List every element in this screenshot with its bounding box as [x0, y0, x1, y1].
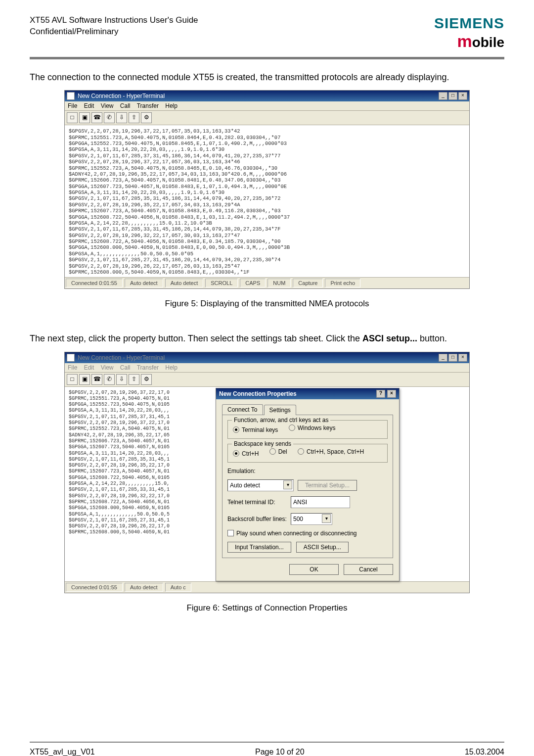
ascii-setup-button[interactable]: ASCII Setup... [296, 542, 349, 553]
window-title-2: New Connection - HyperTerminal [78, 354, 165, 361]
statusbar: Connected 0:01:55 Auto detect Auto detec… [65, 277, 469, 288]
dropdown-emulation[interactable]: Auto detect [227, 479, 294, 491]
figure6-caption: Figure 6: Settings of Connection Propert… [30, 603, 504, 613]
toolbar-new-icon[interactable]: □ [67, 374, 78, 385]
tab-connect-to[interactable]: Connect To [222, 404, 263, 415]
maximize-button[interactable]: □ [448, 354, 457, 362]
menu-file[interactable]: File [68, 102, 77, 109]
menu-file: File [68, 364, 77, 371]
paragraph-1: The connection to the connected module X… [30, 71, 504, 83]
menu-call[interactable]: Call [120, 102, 131, 109]
radio-terminal-keys[interactable]: Terminal keys [233, 426, 278, 433]
input-telnet-id[interactable]: ANSI [291, 496, 350, 508]
footer-center: Page 10 of 20 [255, 748, 305, 756]
menu-view: View [101, 364, 114, 371]
label-emulation: Emulation: [227, 468, 287, 474]
status-autodetect-2: Auto detect [125, 583, 163, 592]
window-titlebar-2: New Connection - HyperTerminal _ □ × [65, 352, 469, 363]
toolbar-send-icon[interactable]: ⇩ [116, 112, 127, 123]
tab-settings[interactable]: Settings [264, 405, 296, 415]
screenshot-connection-properties: New Connection - HyperTerminal _ □ × Fil… [64, 352, 470, 593]
close-button[interactable]: × [458, 92, 467, 100]
menu-edit: Edit [84, 364, 94, 371]
status-connected-2: Connected 0:01:55 [66, 583, 123, 592]
toolbar-2: □ ▣ ☎ ✆ ⇩ ⇧ ⚙ [65, 373, 469, 387]
ok-button[interactable]: OK [289, 564, 339, 575]
app-icon [67, 354, 75, 362]
cancel-button[interactable]: Cancel [344, 564, 393, 575]
nmea-log: $GPGSV,2,2,07,28,19,296,37,22,17,057,35,… [69, 128, 465, 275]
radio-windows-keys[interactable]: Windows keys [289, 425, 336, 431]
toolbar-send-icon[interactable]: ⇩ [116, 374, 127, 385]
status-printecho: Print echo [325, 279, 360, 287]
statusbar-2: Connected 0:01:55 Auto detect Auto c [65, 581, 469, 593]
dialog-help-button[interactable]: ? [376, 390, 385, 398]
window-titlebar: New Connection - HyperTerminal _ □ × [65, 91, 469, 101]
status-capture: Capture [293, 279, 323, 287]
maximize-button[interactable]: □ [448, 92, 457, 100]
toolbar-properties-icon[interactable]: ⚙ [141, 374, 152, 385]
toolbar-properties-icon[interactable]: ⚙ [141, 112, 152, 123]
radio-ctrl-h-space[interactable]: Ctrl+H, Space, Ctrl+H [298, 448, 364, 455]
toolbar-connect-icon[interactable]: ☎ [91, 112, 102, 123]
brand-mobile: mobile [434, 32, 504, 51]
menu-edit[interactable]: Edit [84, 102, 94, 109]
radio-del[interactable]: Del [269, 448, 287, 455]
dialog-close-button[interactable]: × [387, 390, 396, 398]
group-function-keys: Function, arrow, and ctrl keys act as [232, 417, 330, 424]
group-backspace: Backspace key sends [232, 440, 293, 447]
footer-right: 15.03.2004 [465, 748, 504, 756]
toolbar-open-icon[interactable]: ▣ [79, 374, 90, 385]
menu-help[interactable]: Help [165, 102, 178, 109]
toolbar-open-icon[interactable]: ▣ [79, 112, 90, 123]
doc-title-line2: Confidential/Preliminary [30, 27, 119, 36]
app-icon [67, 92, 75, 100]
status-autoc: Auto c [165, 583, 191, 592]
status-num: NUM [267, 279, 291, 287]
properties-dialog: New Connection Properties ? × Connect To… [216, 388, 400, 581]
minimize-button[interactable]: _ [439, 354, 447, 362]
figure5-caption: Figure 5: Displaying of the transmitted … [30, 299, 504, 309]
menu-transfer: Transfer [137, 364, 159, 371]
status-autodetect2: Auto detect [165, 279, 204, 287]
menu-call: Call [120, 364, 131, 371]
toolbar-connect-icon[interactable]: ☎ [91, 374, 102, 385]
doc-title-line1: XT55 AVL Software Instructions User's Gu… [30, 15, 198, 25]
window-title: New Connection - HyperTerminal [78, 93, 165, 99]
toolbar-new-icon[interactable]: □ [67, 112, 78, 123]
terminal-left-pane: $GPGSV,2,2,07,28,19,296,37,22,17,0 $GPRM… [65, 387, 216, 581]
nmea-log-truncated: $GPGSV,2,2,07,28,19,296,37,22,17,0 $GPRM… [69, 390, 214, 536]
footer-left: XT55_avl_ug_V01 [30, 748, 95, 756]
minimize-button[interactable]: _ [439, 92, 447, 100]
checkbox-playsound[interactable]: Play sound when connecting or disconnect… [227, 530, 357, 537]
screenshot-hyperterminal: New Connection - HyperTerminal _ □ × Fil… [64, 90, 470, 289]
toolbar-receive-icon[interactable]: ⇧ [129, 374, 139, 385]
status-autodetect1: Auto detect [125, 279, 163, 287]
menu-transfer[interactable]: Transfer [137, 102, 159, 109]
toolbar-receive-icon[interactable]: ⇧ [129, 112, 139, 123]
radio-ctrl-h[interactable]: Ctrl+H [233, 450, 259, 457]
label-telnet-id: Telnet terminal ID: [227, 499, 287, 506]
dialog-titlebar: New Connection Properties ? × [216, 388, 399, 399]
input-translation-button[interactable]: Input Translation... [227, 542, 291, 553]
terminal-setup-button: Terminal Setup... [298, 480, 357, 491]
header-divider [30, 57, 504, 59]
menubar: File Edit View Call Transfer Help [65, 101, 469, 111]
toolbar-disconnect-icon[interactable]: ✆ [104, 374, 115, 385]
close-button[interactable]: × [458, 354, 467, 362]
label-backscroll: Backscroll buffer lines: [227, 516, 287, 522]
paragraph-2: The next step, click the property button… [30, 332, 504, 344]
dialog-title: New Connection Properties [219, 390, 297, 397]
menu-help: Help [165, 364, 178, 371]
status-connected: Connected 0:01:55 [66, 279, 123, 287]
toolbar: □ ▣ ☎ ✆ ⇩ ⇧ ⚙ [65, 111, 469, 125]
menu-view[interactable]: View [101, 102, 114, 109]
status-scroll: SCROLL [205, 279, 238, 287]
menubar-2: File Edit View Call Transfer Help [65, 363, 469, 373]
terminal-body: $GPGSV,2,2,07,28,19,296,37,22,17,057,35,… [65, 125, 469, 277]
input-backscroll[interactable]: 500 [291, 513, 332, 525]
status-caps: CAPS [240, 279, 266, 287]
brand-siemens: SIEMENS [434, 15, 504, 32]
toolbar-disconnect-icon[interactable]: ✆ [104, 112, 115, 123]
